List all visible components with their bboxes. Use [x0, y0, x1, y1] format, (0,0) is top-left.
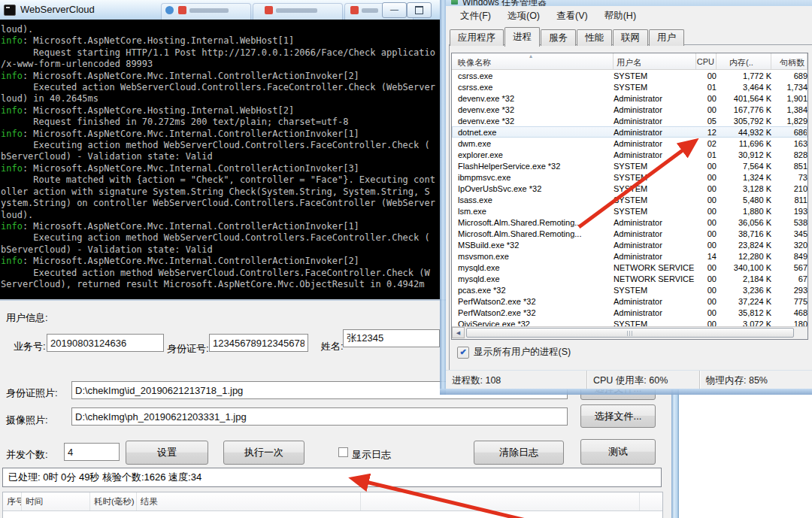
- background-tab-favicon: [165, 6, 174, 14]
- process-row[interactable]: devenv.exe *32Administrator00167,776 K1,…: [452, 104, 807, 115]
- run-once-button[interactable]: 执行一次: [223, 441, 304, 465]
- console-line: info: Microsoft.AspNetCore.Mvc.Internal.…: [1, 129, 440, 140]
- background-tab-favicon: [265, 6, 273, 14]
- show-log-checkbox[interactable]: [338, 447, 348, 457]
- col-filler: [361, 492, 640, 510]
- taskmgr-menubar: 文件(F)选项(O)查看(V)帮助(H): [452, 8, 644, 24]
- taskmgr-statusbar: 进程数: 108 CPU 使用率: 60% 物理内存: 85%: [446, 370, 812, 389]
- process-row[interactable]: lsm.exeSYSTEM001,880 K193: [452, 205, 807, 217]
- process-row[interactable]: ibmpmsvc.exeSYSTEM001,324 K73: [452, 171, 807, 183]
- background-tab-favicon: [178, 6, 186, 14]
- console-line: Executed action WebServerCloud.Controlle…: [1, 82, 440, 93]
- choose-cam-photo-button[interactable]: 选择文件...: [580, 404, 656, 428]
- process-row[interactable]: mysqld.exeNETWORK SERVICE002,184 K67: [452, 273, 807, 284]
- console-line: info: Microsoft.AspNetCore.Hosting.Inter…: [1, 35, 440, 47]
- taskmgr-title: Windows 任务管理器: [462, 0, 547, 6]
- id-number-label: 身份证号:: [167, 342, 209, 356]
- console-line: ystem.String) on controller WebServerClo…: [1, 198, 440, 209]
- console-line: oller action with signature System.Strin…: [1, 186, 440, 198]
- settings-button[interactable]: 设置: [126, 441, 208, 465]
- process-row[interactable]: PerfWatson2.exe *32Administrator0037,224…: [452, 295, 807, 307]
- background-tab-title: [189, 8, 229, 13]
- process-row[interactable]: lsass.exeSYSTEM005,480 K811: [452, 194, 807, 205]
- tab[interactable]: 联网: [613, 29, 648, 46]
- process-row[interactable]: IpOverUsbSvc.exe *32SYSTEM003,128 K210: [452, 183, 807, 194]
- menu-item[interactable]: 帮助(H): [596, 8, 644, 25]
- process-row[interactable]: pcas.exe *32SYSTEM003,236 K293: [452, 284, 807, 295]
- console-window: WebServerCloud — loud). info: Microsoft.…: [0, 0, 440, 301]
- name-label: 姓名:: [321, 340, 344, 353]
- tab[interactable]: 进程: [504, 27, 540, 47]
- header-cpu[interactable]: CPU: [696, 53, 717, 69]
- process-list-header: 映像名称 ▴ 用户名 CPU 内存(.. 句柄数: [452, 53, 807, 70]
- id-number-input[interactable]: [209, 334, 308, 352]
- console-line: bServerCloud) - Validation state: Valid: [1, 244, 440, 256]
- process-list: 映像名称 ▴ 用户名 CPU 内存(.. 句柄数 csrss.exeSYSTEM…: [451, 53, 808, 340]
- menu-item[interactable]: 查看(V): [548, 8, 596, 25]
- console-minimize-button[interactable]: —: [382, 2, 407, 18]
- tab[interactable]: 性能: [577, 29, 612, 46]
- process-row[interactable]: msvsmon.exeAdministrator1412,280 K849: [452, 250, 807, 262]
- taskmgr-left-border: [440, 0, 446, 395]
- clear-log-button[interactable]: 清除日志: [474, 441, 564, 465]
- console-line: Request starting HTTP/1.1 Post http://12…: [1, 47, 440, 59]
- taskmgr-tabs: 应用程序进程服务性能联网用户: [450, 27, 685, 45]
- tab[interactable]: 用户: [649, 29, 684, 46]
- col-seq[interactable]: 序号: [3, 492, 22, 510]
- process-row[interactable]: dotnet.exeAdministrator1244,932 K686: [452, 126, 807, 138]
- scroll-left-button[interactable]: ◀: [452, 327, 465, 338]
- process-row[interactable]: explorer.exeAdministrator0130,912 K828: [452, 149, 807, 160]
- horizontal-scrollbar[interactable]: ◀: [452, 326, 807, 339]
- background-tab-title: [362, 8, 378, 13]
- show-all-users-checkbox[interactable]: ✔: [457, 347, 469, 359]
- status-cpu-usage: CPU 使用率: 60%: [587, 371, 700, 389]
- console-titlebar[interactable]: WebServerCloud —: [0, 0, 440, 20]
- progress-status-box: 已处理: 0时 0分 49秒 核验个数:1626 速度:34: [2, 468, 662, 487]
- status-physical-memory: 物理内存: 85%: [700, 371, 812, 389]
- header-user-name[interactable]: 用户名: [614, 53, 696, 69]
- sort-ascending-icon: ▴: [529, 53, 532, 59]
- console-line: /x-www-form-urlencoded 89993: [1, 59, 440, 70]
- menu-item[interactable]: 文件(F): [452, 8, 499, 25]
- header-image-name[interactable]: 映像名称: [452, 53, 614, 69]
- col-result[interactable]: 结果: [137, 492, 361, 510]
- process-row[interactable]: devenv.exe *32Administrator05305,792 K1,…: [452, 115, 807, 126]
- taskmgr-titlebar[interactable]: Windows 任务管理器: [446, 0, 812, 6]
- test-button[interactable]: 测试: [580, 439, 656, 465]
- col-elapsed[interactable]: 耗时(毫秒): [90, 492, 137, 510]
- col-filler-end: [640, 492, 662, 510]
- process-row[interactable]: PerfWatson2.exe *32Administrator0035,812…: [452, 307, 807, 318]
- header-handles[interactable]: 句柄数: [771, 53, 807, 69]
- col-time[interactable]: 时间: [22, 492, 90, 510]
- console-output[interactable]: loud). info: Microsoft.AspNetCore.Hostin…: [0, 20, 440, 301]
- tab[interactable]: 服务: [541, 29, 576, 46]
- console-line: loud).: [1, 24, 440, 35]
- header-memory[interactable]: 内存(..: [717, 53, 771, 69]
- process-row[interactable]: mysqld.exeNETWORK SERVICE00340,100 K567: [452, 262, 807, 273]
- menu-item[interactable]: 选项(O): [499, 8, 548, 25]
- show-all-users-row: ✔ 显示所有用户的进程(S): [457, 346, 571, 359]
- name-input[interactable]: [343, 329, 440, 347]
- progress-status-text: 已处理: 0时 0分 49秒 核验个数:1626 速度:34: [8, 471, 201, 483]
- process-rows: csrss.exeSYSTEM001,772 K689 csrss.exeSYS…: [452, 70, 807, 329]
- tab[interactable]: 应用程序: [450, 29, 504, 46]
- show-log-label: 显示日志: [352, 448, 391, 462]
- cam-photo-path-input[interactable]: [71, 407, 568, 426]
- console-line: info: Microsoft.AspNetCore.Mvc.Internal.…: [1, 163, 440, 174]
- console-line: info: Microsoft.AspNetCore.Mvc.Internal.…: [1, 71, 440, 82]
- biz-number-input[interactable]: [47, 334, 164, 352]
- console-line: Executing action method WebServerCloud.C…: [1, 232, 440, 244]
- concurrency-input[interactable]: [64, 443, 120, 461]
- process-row[interactable]: csrss.exeSYSTEM001,772 K689: [452, 70, 807, 81]
- process-row[interactable]: devenv.exe *32Administrator00401,564 K1,…: [452, 92, 807, 104]
- process-row[interactable]: MSBuild.exe *32Administrator0023,824 K32…: [452, 239, 807, 250]
- process-row[interactable]: Microsoft.Alm.Shared.Remoting...Administ…: [452, 228, 807, 239]
- console-line: Request finished in 70.272ms 200 text/pl…: [1, 117, 440, 128]
- console-maximize-button[interactable]: [407, 2, 432, 18]
- process-row[interactable]: dwm.exeAdministrator0211,696 K163: [452, 138, 807, 149]
- process-row[interactable]: Microsoft.Alm.Shared.Remoting...Administ…: [452, 217, 807, 228]
- scrollbar-thumb[interactable]: [466, 328, 794, 338]
- process-row[interactable]: FlashHelperService.exe *32SYSTEM007,564 …: [452, 160, 807, 171]
- console-line: loud).: [1, 210, 440, 221]
- process-row[interactable]: csrss.exeSYSTEM013,464 K1,734: [452, 81, 807, 92]
